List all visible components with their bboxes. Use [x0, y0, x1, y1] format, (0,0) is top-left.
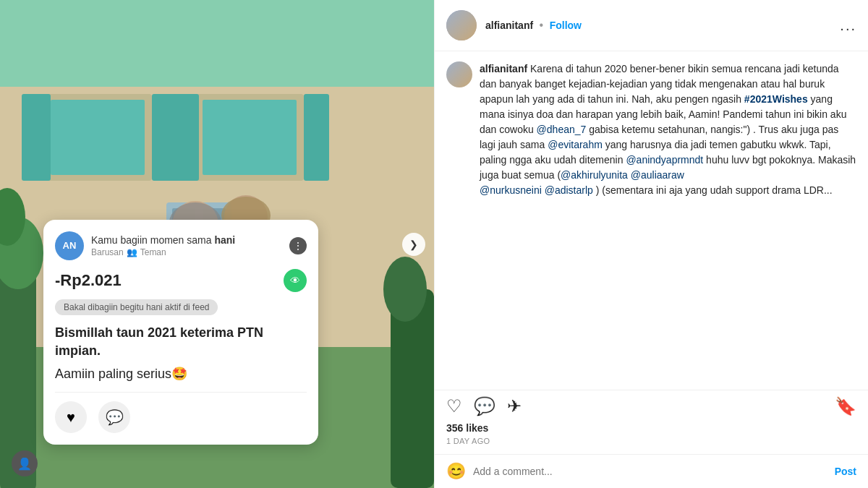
share-moment-card: AN Kamu bagiin momen sama hani Barusan 👥… — [43, 220, 318, 445]
post-detail-panel: alfianitanf • Follow ... alfianitanf Kar… — [434, 0, 868, 488]
save-button[interactable]: 🔖 — [835, 396, 856, 416]
eye-icon-symbol: 👁 — [290, 275, 300, 286]
amount-row: -Rp2.021 👁 — [55, 269, 307, 292]
post-time: 1 DAY AGO — [446, 437, 856, 445]
post-header-info: alfianitanf • Follow — [485, 19, 840, 32]
card-header: AN Kamu bagiin momen sama hani Barusan 👥… — [55, 231, 307, 260]
comment-button[interactable]: 💬 — [474, 396, 495, 416]
user-icon: 👤 — [17, 457, 32, 471]
comment-action-button[interactable]: 💬 — [98, 401, 130, 433]
card-menu-button[interactable]: ⋮ — [289, 237, 307, 254]
post-author-avatar[interactable] — [446, 10, 477, 40]
svg-point-24 — [383, 257, 427, 322]
mention-adistar[interactable]: @adistarlp — [545, 184, 593, 196]
sender-avatar: AN — [55, 231, 84, 260]
mention-dhean[interactable]: @dhean_7 — [537, 124, 587, 135]
caption-hashtag[interactable]: #2021Wishes — [744, 93, 808, 105]
post-comment-button[interactable]: Post — [835, 466, 856, 477]
emoji-picker-button[interactable]: 😊 — [446, 462, 466, 481]
caption-text-6: ) (sementara ini aja yang udah support d… — [593, 184, 833, 196]
card-divider — [55, 392, 307, 393]
share-button[interactable]: ✈ — [507, 396, 522, 416]
more-options-icon: ⋮ — [293, 240, 303, 252]
more-options-button[interactable]: ... — [840, 17, 856, 34]
comment-input-field[interactable] — [473, 466, 835, 477]
mention-akhirul[interactable]: @akhirulyunita — [561, 169, 628, 181]
chevron-right-icon: ❯ — [409, 239, 418, 250]
action-bar: ♡ 💬 ✈ 🔖 356 likes 1 DAY AGO — [435, 390, 868, 454]
viewer-profile-icon[interactable]: 👤 — [12, 450, 38, 476]
caption-username[interactable]: alfianitanf — [480, 63, 527, 74]
svg-rect-9 — [304, 94, 329, 181]
card-subtitle: Barusan 👥 Teman — [91, 247, 289, 257]
post-header: alfianitanf • Follow ... — [435, 0, 868, 51]
post-author-username[interactable]: alfianitanf — [485, 20, 533, 31]
action-icons-row: ♡ 💬 ✈ 🔖 — [446, 396, 856, 416]
like-button[interactable]: ♡ — [446, 396, 462, 416]
wish-message-1: Bismillah taun 2021 keterima PTN impian. — [55, 324, 307, 360]
like-action-button[interactable]: ♥ — [55, 401, 87, 433]
caption-area: alfianitanf Karena di tahun 2020 bener-b… — [435, 51, 868, 390]
caption-text: alfianitanf Karena di tahun 2020 bener-b… — [480, 61, 856, 380]
likes-count: 356 likes — [446, 422, 856, 434]
carousel-next-button[interactable]: ❯ — [402, 233, 425, 256]
chat-icon: 💬 — [106, 408, 124, 426]
mention-evita[interactable]: @evitarahm — [548, 139, 603, 150]
mention-anindya[interactable]: @anindyaprmndt — [626, 154, 703, 166]
card-title-pre: Kamu bagiin momen sama — [91, 234, 214, 246]
wish-message-2: Aamiin paling serius🤩 — [55, 366, 307, 382]
heart-icon: ♥ — [67, 409, 75, 426]
mention-nurkus[interactable]: @nurkusneini — [480, 184, 542, 196]
amount-value: -Rp2.021 — [55, 271, 122, 290]
card-actions: ♥ 💬 — [55, 401, 307, 433]
subtitle-time: Barusan — [91, 247, 124, 257]
comment-input-area: 😊 Post — [435, 454, 868, 488]
svg-rect-8 — [174, 94, 199, 181]
visibility-toggle[interactable]: 👁 — [284, 269, 307, 292]
svg-rect-4 — [22, 94, 51, 181]
svg-rect-7 — [203, 100, 297, 175]
svg-rect-3 — [51, 100, 145, 175]
card-title-name: hani — [214, 234, 235, 246]
subtitle-type: Teman — [140, 247, 166, 257]
avatar-image — [446, 10, 477, 40]
share-badge: Bakal dibagiin begitu hani aktif di feed — [55, 299, 218, 315]
follow-button[interactable]: Follow — [550, 20, 582, 31]
separator-dot: • — [540, 19, 544, 31]
mention-aulia[interactable]: @auliaaraw — [631, 169, 684, 181]
card-header-text: Kamu bagiin momen sama hani Barusan 👥 Te… — [91, 234, 289, 257]
caption-author-avatar[interactable] — [446, 61, 472, 87]
post-image-panel: ❯ 👤 AN Kamu bagiin momen sama hani Barus… — [0, 0, 434, 488]
friends-icon: 👥 — [127, 247, 137, 257]
card-title: Kamu bagiin momen sama hani — [91, 234, 289, 246]
